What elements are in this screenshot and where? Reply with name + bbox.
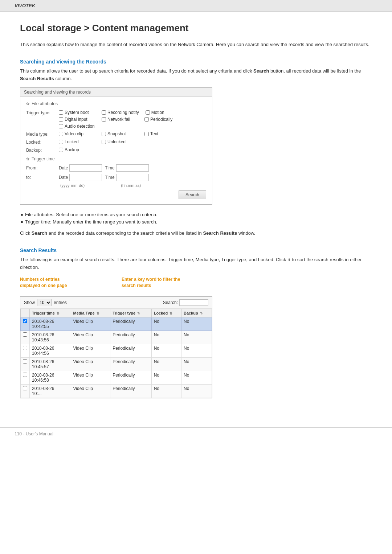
entries-label: entries xyxy=(54,300,67,305)
row-checkbox[interactable] xyxy=(23,373,27,377)
footer-text: 110 - User's Manual xyxy=(15,431,53,436)
col-locked[interactable]: Locked ⇅ xyxy=(151,309,181,317)
row-locked: No xyxy=(151,371,181,384)
col-trigger-time[interactable]: Trigger time ⇅ xyxy=(30,309,71,317)
to-date-group: Date xyxy=(59,174,102,181)
sort-backup-icon[interactable]: ⇅ xyxy=(200,312,203,315)
cb-locked[interactable]: Locked xyxy=(59,139,95,144)
searching-description: This column allows the user to set up se… xyxy=(20,67,372,83)
search-filter-input[interactable] xyxy=(179,299,208,306)
bullet-item-1: File attributes: Select one or more item… xyxy=(21,212,372,217)
locked-label: Locked: xyxy=(26,139,59,145)
to-time-input[interactable] xyxy=(116,174,149,181)
table-row[interactable]: 2010-08-26 10:...Video ClipPeriodicallyN… xyxy=(21,384,212,398)
row-checkbox-cell xyxy=(21,357,30,371)
row-locked: No xyxy=(151,344,181,357)
row-trigger-time: 2010-08-26 10:46:58 xyxy=(30,371,71,384)
cb-motion[interactable]: Motion xyxy=(146,110,182,115)
search-filter-area: Search: xyxy=(163,299,208,306)
annotation-numbers-label: Numbers of entries displayed on one page xyxy=(20,276,78,289)
table-row[interactable]: 2010-08-26 10:44:56Video ClipPeriodicall… xyxy=(21,344,212,357)
row-trigger-time: 2010-08-26 10:45:57 xyxy=(30,357,71,371)
row-checkbox[interactable] xyxy=(23,332,27,337)
row-backup: No xyxy=(181,357,212,371)
row-trigger-time: 2010-08-26 10:42:55 xyxy=(30,317,71,331)
results-description: The following is an example of search re… xyxy=(20,256,372,271)
col-checkbox xyxy=(21,309,30,317)
cb-recording-notify[interactable]: Recording notify xyxy=(102,110,139,115)
row-checkbox[interactable] xyxy=(23,346,27,350)
sort-media-type-icon[interactable]: ⇅ xyxy=(97,312,99,315)
cb-audio-detection-input[interactable] xyxy=(59,124,63,128)
from-date-group: Date xyxy=(59,164,102,172)
from-label: From: xyxy=(26,165,59,171)
cb-network-fail-input[interactable] xyxy=(102,117,106,122)
cb-snapshot[interactable]: Snapshot xyxy=(102,131,138,136)
cb-unlocked-input[interactable] xyxy=(102,140,106,144)
cb-digital-input[interactable]: Digital input xyxy=(59,117,95,122)
cb-digital-input-input[interactable] xyxy=(59,117,63,122)
cb-locked-input[interactable] xyxy=(59,140,63,144)
col-media-type[interactable]: Media Type ⇅ xyxy=(71,309,110,317)
bullet-list: File attributes: Select one or more item… xyxy=(20,212,372,225)
cb-backup-label: Backup xyxy=(65,147,79,152)
row-checkbox[interactable] xyxy=(23,319,27,323)
row-trigger-time: 2010-08-26 10:... xyxy=(30,384,71,398)
to-date-input[interactable] xyxy=(69,174,102,181)
sort-trigger-time-icon[interactable]: ⇅ xyxy=(57,312,60,315)
cb-video-clip-input[interactable] xyxy=(59,132,63,136)
cb-audio-detection-label: Audio detection xyxy=(65,124,95,129)
cb-text[interactable]: Text xyxy=(144,131,181,136)
cb-system-boot-input[interactable] xyxy=(59,110,63,115)
row-checkbox[interactable] xyxy=(23,359,27,364)
from-time-input[interactable] xyxy=(116,164,149,172)
from-row: From: Date Time xyxy=(26,164,206,172)
col-backup[interactable]: Backup ⇅ xyxy=(181,309,212,317)
cb-network-fail-label: Network fail xyxy=(107,117,130,122)
backup-label: Backup: xyxy=(26,147,59,153)
sort-locked-icon[interactable]: ⇅ xyxy=(170,312,172,315)
search-button[interactable]: Search xyxy=(179,190,206,199)
sort-trigger-type-icon[interactable]: ⇅ xyxy=(137,312,140,315)
results-header-row: Trigger time ⇅ Media Type ⇅ Trigger type… xyxy=(21,309,212,317)
row-trigger-type: Periodically xyxy=(110,317,152,331)
row-checkbox[interactable] xyxy=(23,386,27,390)
cb-backup-input[interactable] xyxy=(59,148,63,152)
table-row[interactable]: 2010-08-26 10:46:58Video ClipPeriodicall… xyxy=(21,371,212,384)
to-time-fields: Date Time xyxy=(59,174,149,181)
from-date-input[interactable] xyxy=(69,164,102,172)
date-format-hint: (yyyy-mm-dd) xyxy=(60,183,85,188)
cb-text-label: Text xyxy=(150,131,158,136)
entries-select[interactable]: 10 25 50 xyxy=(37,299,52,306)
table-row[interactable]: 2010-08-26 10:43:56Video ClipPeriodicall… xyxy=(21,331,212,344)
to-label: to: xyxy=(26,175,59,180)
cb-system-boot[interactable]: System boot xyxy=(59,110,95,115)
table-row[interactable]: 2010-08-26 10:42:55Video ClipPeriodicall… xyxy=(21,317,212,331)
backup-row: Backup: Backup xyxy=(26,147,206,153)
to-time-group: Time xyxy=(105,174,148,181)
row-backup: No xyxy=(181,384,212,398)
row-backup: No xyxy=(181,371,212,384)
row-locked: No xyxy=(151,317,181,331)
trigger-type-label: Trigger type: xyxy=(26,110,59,115)
cb-backup[interactable]: Backup xyxy=(59,147,95,152)
from-time-fields: Date Time xyxy=(59,164,149,172)
results-panel: Show 10 25 50 entries Search: xyxy=(20,296,372,398)
col-trigger-type[interactable]: Trigger type ⇅ xyxy=(110,309,152,317)
cb-motion-input[interactable] xyxy=(146,110,150,115)
cb-unlocked[interactable]: Unlocked xyxy=(102,139,138,144)
cb-video-clip[interactable]: Video clip xyxy=(59,131,95,136)
table-row[interactable]: 2010-08-26 10:45:57Video ClipPeriodicall… xyxy=(21,357,212,371)
from-time-group: Time xyxy=(105,164,148,172)
cb-text-input[interactable] xyxy=(144,132,149,136)
cb-recording-notify-input[interactable] xyxy=(102,110,106,115)
bullet-2-text: Trigger time: Manually enter the time ra… xyxy=(25,219,157,225)
cb-periodically[interactable]: Periodically xyxy=(144,117,181,122)
row-locked: No xyxy=(151,331,181,344)
cb-periodically-input[interactable] xyxy=(144,117,149,122)
cb-audio-detection[interactable]: Audio detection xyxy=(59,124,95,129)
cb-snapshot-input[interactable] xyxy=(102,132,106,136)
cb-network-fail[interactable]: Network fail xyxy=(102,117,138,122)
top-header: VIVOTEK xyxy=(0,0,392,12)
trigger-checkboxes: System boot Recording notify Motion xyxy=(59,110,182,129)
